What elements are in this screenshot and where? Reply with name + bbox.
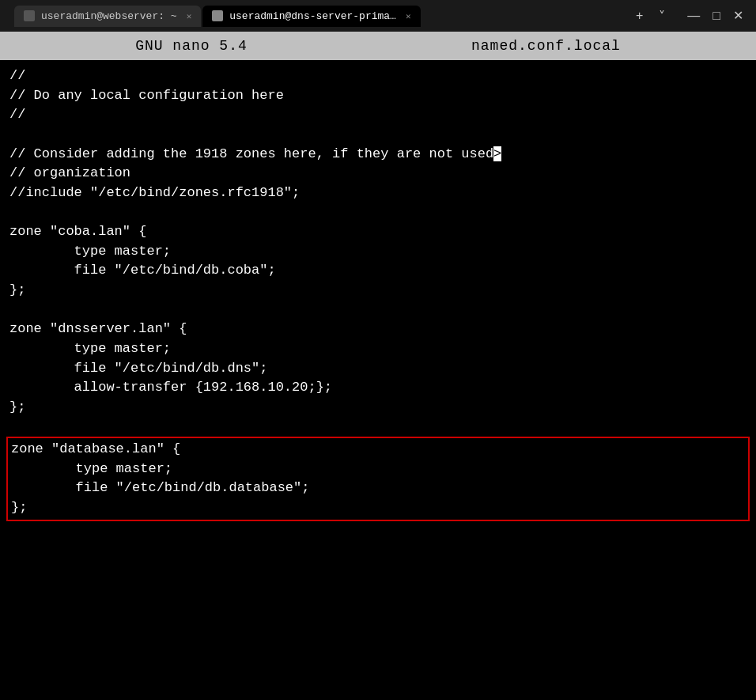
editor-line-4: // Consider adding the 1918 zones here, … [9,145,747,165]
tab-close-1[interactable]: ✕ [187,11,192,21]
tab-label-2: useradmin@dns-server-prima… [229,10,396,22]
tab-label-1: useradmin@webserver: ~ [41,10,177,22]
minimize-button[interactable]: — [684,8,703,24]
close-button[interactable]: ✕ [730,8,747,24]
editor-line-3 [9,125,747,145]
terminal-window: useradmin@webserver: ~ ✕ useradmin@dns-s… [0,0,756,700]
editor-line-8: zone "coba.lan" { [9,222,747,242]
editor-line-7 [9,202,747,222]
editor-line-15: file "/etc/bind/db.dns"; [9,359,747,379]
editor-line-2: // [9,105,747,125]
maximize-button[interactable]: □ [709,8,724,24]
highlighted-block: zone "database.lan" { type master; file … [6,437,750,521]
editor-line-22: }; [11,498,745,518]
editor-line-14: type master; [9,339,747,359]
tab-dropdown-button[interactable]: ˅ [654,7,670,25]
editor-line-10: file "/etc/bind/db.coba"; [9,261,747,281]
editor-line-1: // Do any local configuration here [9,86,747,106]
tab-webserver[interactable]: useradmin@webserver: ~ ✕ [14,6,201,27]
editor-line-11: }; [9,281,747,301]
tab-dns-server[interactable]: useradmin@dns-server-prima… ✕ [202,6,420,27]
nano-app-name: GNU nano 5.4 [135,38,248,54]
editor-line-0: // [9,66,747,86]
editor-line-12 [9,301,747,320]
tab-close-2[interactable]: ✕ [406,11,411,21]
new-tab-button[interactable]: + [631,7,648,25]
editor-line-6: //include "/etc/bind/zones.rfc1918"; [9,184,747,203]
tab-bar-actions: + ˅ [631,7,676,25]
tab-bar: useradmin@webserver: ~ ✕ useradmin@dns-s… [0,0,756,32]
editor-line-17: }; [9,398,747,418]
editor-line-20: type master; [11,460,745,479]
editor-line-13: zone "dnsserver.lan" { [9,320,747,339]
editor-line-21: file "/etc/bind/db.database"; [11,479,745,498]
editor-line-19: zone "database.lan" { [11,440,745,460]
editor-line-9: type master; [9,242,747,262]
editor-content[interactable]: // // Do any local configuration here //… [0,60,756,700]
nano-filename: named.conf.local [471,38,621,54]
nano-header: GNU nano 5.4 named.conf.local [0,32,756,60]
editor-line-18 [9,418,747,437]
editor-line-16: allow-transfer {192.168.10.20;}; [9,378,747,398]
terminal-icon-2 [212,10,223,21]
terminal-icon-1 [24,10,35,21]
editor-line-5: // organization [9,164,747,184]
